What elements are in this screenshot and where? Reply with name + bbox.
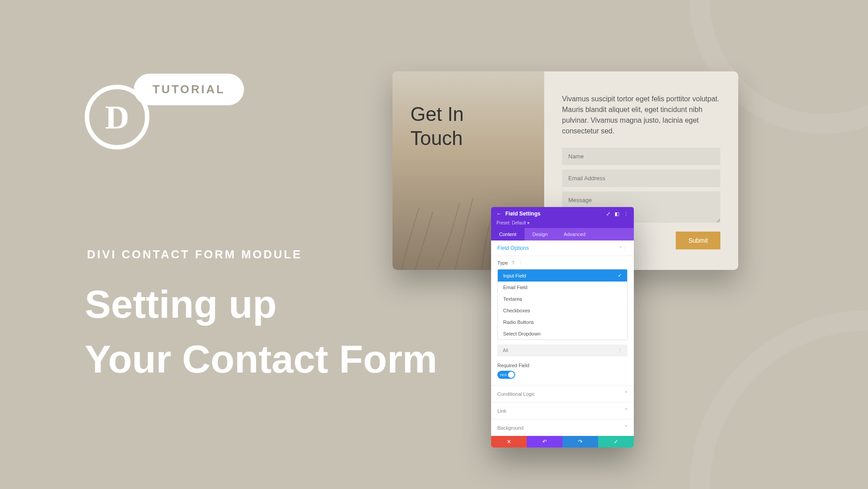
more-icon[interactable]: ⋮ (518, 260, 523, 265)
required-field-label: Required Field (491, 361, 634, 369)
section-label: Background (497, 425, 524, 431)
option-checkboxes[interactable]: Checkboxes (498, 305, 627, 316)
card-title: Get In Touch (410, 103, 526, 151)
expand-icon[interactable]: ⤢ (606, 211, 610, 217)
section-background[interactable]: Background ˅ (491, 419, 634, 436)
panel-tabs: Content Design Advanced (491, 228, 634, 240)
section-label: Field Options (497, 245, 529, 251)
card-title-line: Touch (410, 127, 463, 149)
panel-header: ← Field Settings ⤢ ◧ ⋮ (491, 207, 634, 220)
page-subheading: DIVI CONTACT FORM MODULE (87, 248, 302, 261)
option-textarea[interactable]: Textarea (498, 293, 627, 305)
cancel-button[interactable]: ✕ (491, 436, 527, 448)
preset-label[interactable]: Preset: Default ▾ (491, 220, 634, 228)
undo-button[interactable]: ↶ (527, 436, 562, 448)
field-type-select[interactable]: Input Field ✓ Email Field Textarea Check… (497, 269, 628, 340)
chevron-down-icon: ˅ (625, 408, 628, 414)
more-icon: ⋮ (617, 348, 622, 353)
option-radio-buttons[interactable]: Radio Buttons (498, 316, 627, 328)
panel-title: Field Settings (505, 211, 603, 217)
chevron-down-icon: ˅ (625, 425, 628, 431)
submit-button[interactable]: Submit (676, 232, 720, 249)
check-icon: ✓ (618, 273, 622, 278)
all-row[interactable]: All ⋮ (497, 344, 628, 356)
type-row: Type ? ⋮ (491, 256, 634, 269)
help-icon[interactable]: ? (512, 260, 514, 265)
more-icon[interactable]: ⋮ (624, 211, 628, 217)
divi-logo-letter: D (105, 98, 129, 137)
section-field-options[interactable]: Field Options ˄ ⋮ (491, 240, 634, 256)
option-email-field[interactable]: Email Field (498, 282, 627, 293)
field-settings-panel: ← Field Settings ⤢ ◧ ⋮ Preset: Default ▾… (491, 207, 634, 448)
toggle-label: YES (500, 373, 507, 377)
option-select-dropdown[interactable]: Select Dropdown (498, 328, 627, 340)
page-heading: Setting up Your Contact Form (85, 277, 437, 386)
section-link[interactable]: Link ˅ (491, 402, 634, 419)
brand-block: D TUTORIAL (85, 74, 149, 149)
tab-content[interactable]: Content (491, 228, 525, 240)
card-description: Vivamus suscipit tortor eget felis portt… (562, 94, 720, 137)
type-label: Type (497, 260, 508, 265)
option-input-field[interactable]: Input Field ✓ (498, 269, 627, 282)
back-icon[interactable]: ← (496, 211, 502, 217)
section-conditional-logic[interactable]: Conditional Logic ˅ (491, 385, 634, 402)
chevron-down-icon: ˅ (625, 391, 628, 397)
email-input[interactable] (562, 170, 720, 187)
redo-button[interactable]: ↷ (562, 436, 598, 448)
panel-footer: ✕ ↶ ↷ ✓ (491, 436, 634, 448)
duplicate-icon[interactable]: ◧ (615, 211, 619, 217)
heading-line: Your Contact Form (85, 337, 437, 381)
tab-advanced[interactable]: Advanced (556, 228, 594, 240)
tab-design[interactable]: Design (525, 228, 556, 240)
option-label: Input Field (503, 273, 526, 278)
chevron-up-icon: ˄ ⋮ (620, 246, 628, 251)
card-title-line: Get In (410, 103, 464, 125)
save-button[interactable]: ✓ (598, 436, 634, 448)
name-input[interactable] (562, 148, 720, 165)
required-toggle[interactable]: YES (497, 371, 515, 379)
all-label: All (503, 348, 508, 353)
chevron-down-icon: ▾ (527, 220, 529, 225)
heading-line: Setting up (85, 282, 277, 326)
tutorial-badge: TUTORIAL (134, 74, 244, 105)
section-label: Conditional Logic (497, 391, 535, 397)
decorative-circle (690, 311, 868, 489)
section-label: Link (497, 408, 506, 414)
